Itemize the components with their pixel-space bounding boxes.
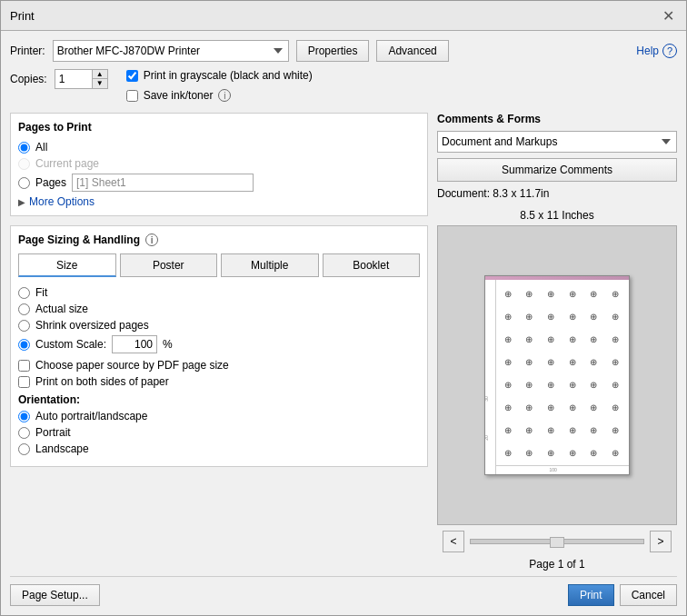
pages-radio[interactable] <box>18 177 30 189</box>
grayscale-checkbox[interactable] <box>126 70 138 82</box>
crosshair-7-5: ⊕ <box>584 420 604 441</box>
crosshair-4-4: ⊕ <box>563 352 582 373</box>
crosshair-2-5: ⊕ <box>584 306 604 327</box>
crosshair-8-1: ⊕ <box>498 442 518 463</box>
crosshair-5-3: ⊕ <box>541 374 561 395</box>
advanced-button[interactable]: Advanced <box>376 40 448 62</box>
close-button[interactable]: ✕ <box>659 6 677 25</box>
help-link[interactable]: Help ? <box>636 44 677 58</box>
crosshair-5-2: ⊕ <box>520 374 540 395</box>
printer-select[interactable]: Brother MFC-J870DW Printer <box>53 40 289 62</box>
comments-select[interactable]: Document and MarkupsDocumentForm Fields … <box>437 131 677 153</box>
copies-down-button[interactable]: ▼ <box>93 79 107 88</box>
actual-size-radio[interactable] <box>18 303 30 315</box>
printer-label: Printer: <box>10 45 45 57</box>
pages-to-print-title: Pages to Print <box>18 121 420 134</box>
size-button[interactable]: Size <box>18 253 116 277</box>
printer-row: Printer: Brother MFC-J870DW Printer Prop… <box>10 40 677 62</box>
portrait-label: Portrait <box>35 426 71 439</box>
save-ink-row: Save ink/toner i <box>126 89 313 102</box>
portrait-radio[interactable] <box>18 427 30 439</box>
choose-paper-checkbox[interactable] <box>18 360 30 372</box>
crosshair-8-4: ⊕ <box>563 442 582 463</box>
orientation-label: Orientation: <box>18 393 420 406</box>
crosshair-1-4: ⊕ <box>563 283 582 304</box>
preview-top-bar <box>485 276 629 280</box>
copies-input[interactable] <box>55 70 92 88</box>
multiple-button[interactable]: Multiple <box>221 253 319 277</box>
landscape-row: Landscape <box>18 442 420 455</box>
crosshair-3-5: ⊕ <box>584 329 604 350</box>
current-page-row: Current page <box>18 157 420 170</box>
booklet-button[interactable]: Booklet <box>323 253 421 277</box>
more-options-label: More Options <box>29 195 95 208</box>
crosshair-4-1: ⊕ <box>498 352 518 373</box>
landscape-radio[interactable] <box>18 443 30 455</box>
copies-up-button[interactable]: ▲ <box>93 70 107 79</box>
preview-slider[interactable] <box>470 539 644 544</box>
current-page-radio[interactable] <box>18 158 30 170</box>
crosshair-1-5: ⊕ <box>584 283 604 304</box>
summarize-button[interactable]: Summarize Comments <box>437 158 677 182</box>
preview-prev-button[interactable]: < <box>443 531 464 552</box>
copies-label: Copies: <box>10 73 47 85</box>
fit-row: Fit <box>18 286 420 299</box>
all-pages-radio[interactable] <box>18 142 30 154</box>
comments-forms-section: Comments & Forms Document and MarkupsDoc… <box>437 113 677 202</box>
print-button[interactable]: Print <box>568 584 614 606</box>
crosshair-6-2: ⊕ <box>520 397 540 418</box>
crosshair-2-6: ⊕ <box>605 306 625 327</box>
help-label: Help <box>636 45 659 57</box>
page-setup-button[interactable]: Page Setup... <box>10 584 100 606</box>
custom-scale-row: Custom Scale: % <box>18 335 420 353</box>
crosshair-2-3: ⊕ <box>541 306 561 327</box>
ruler-number-30: 30 <box>484 397 489 402</box>
shrink-radio[interactable] <box>18 320 30 332</box>
crosshair-6-1: ⊕ <box>498 397 518 418</box>
page-sizing-title: Page Sizing & Handling <box>18 233 140 246</box>
ruler-number-100: 100 <box>549 467 556 472</box>
bottom-row: Page Setup... Print Cancel <box>10 576 677 606</box>
both-sides-row: Print on both sides of paper <box>18 375 420 388</box>
dialog-content: Printer: Brother MFC-J870DW Printer Prop… <box>1 31 686 615</box>
all-pages-label: All <box>35 141 47 154</box>
crosshair-8-2: ⊕ <box>520 442 540 463</box>
shrink-label: Shrink oversized pages <box>35 319 149 332</box>
portrait-row: Portrait <box>18 426 420 439</box>
preview-area: 30 20 100 ⊕ ⊕ <box>437 225 677 525</box>
comments-forms-title: Comments & Forms <box>437 113 677 125</box>
print-dialog: Print ✕ Printer: Brother MFC-J870DW Prin… <box>0 0 687 616</box>
crosshair-7-1: ⊕ <box>498 420 518 441</box>
auto-orientation-row: Auto portrait/landscape <box>18 410 420 422</box>
cancel-button[interactable]: Cancel <box>620 584 677 606</box>
preview-slider-thumb[interactable] <box>550 537 564 548</box>
page-sizing-header: Page Sizing & Handling i <box>18 233 420 246</box>
crosshair-3-4: ⊕ <box>563 329 582 350</box>
custom-scale-radio[interactable] <box>18 339 30 351</box>
crosshair-1-3: ⊕ <box>541 283 561 304</box>
crosshair-3-2: ⊕ <box>520 329 540 350</box>
save-ink-info-icon[interactable]: i <box>218 89 231 102</box>
actual-size-label: Actual size <box>35 303 88 315</box>
both-sides-checkbox[interactable] <box>18 376 30 388</box>
percent-label: % <box>163 338 173 351</box>
shrink-row: Shrink oversized pages <box>18 319 420 332</box>
crosshair-2-2: ⊕ <box>520 306 540 327</box>
preview-next-button[interactable]: > <box>650 531 672 552</box>
choose-paper-label: Choose paper source by PDF page size <box>35 359 229 372</box>
pages-input[interactable] <box>72 174 254 192</box>
preview-ruler-bottom: 100 <box>496 465 629 474</box>
preview-crosshair-grid: ⊕ ⊕ ⊕ ⊕ ⊕ ⊕ ⊕ ⊕ ⊕ ⊕ ⊕ ⊕ <box>498 283 625 463</box>
poster-button[interactable]: Poster <box>120 253 218 277</box>
pages-row: Pages <box>18 174 420 192</box>
fit-radio[interactable] <box>18 287 30 299</box>
auto-orientation-radio[interactable] <box>18 411 30 422</box>
crosshair-8-5: ⊕ <box>584 442 604 463</box>
save-ink-checkbox[interactable] <box>126 90 138 102</box>
properties-button[interactable]: Properties <box>296 40 370 62</box>
page-counter: Page 1 of 1 <box>437 558 677 571</box>
scale-input[interactable] <box>112 335 157 353</box>
more-options-row[interactable]: ▶ More Options <box>18 195 420 208</box>
page-sizing-info-icon[interactable]: i <box>145 233 158 246</box>
actual-size-row: Actual size <box>18 303 420 315</box>
